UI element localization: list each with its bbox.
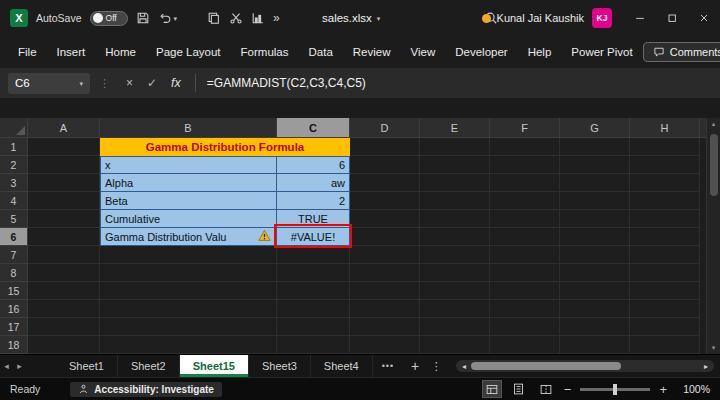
cell-b2[interactable]: x [100,156,277,174]
row-header[interactable]: 2 [0,156,28,174]
status-mode: Ready [10,383,40,395]
sheet-tab-sheet3[interactable]: Sheet3 [249,355,311,377]
scroll-left-icon[interactable]: ◂ [459,362,469,371]
row-header[interactable]: 18 [0,336,28,354]
column-header-h[interactable]: H [630,118,700,138]
row-header[interactable]: 8 [0,264,28,282]
cell-b4[interactable]: Beta [100,192,277,210]
tab-view[interactable]: View [401,46,446,58]
column-header-f[interactable]: F [490,118,560,138]
save-icon[interactable] [136,11,150,25]
tab-developer[interactable]: Developer [445,46,517,58]
page-break-view-icon[interactable] [537,381,555,397]
row-header[interactable]: 15 [0,282,28,300]
close-button[interactable] [688,0,720,36]
tab-power-pivot[interactable]: Power Pivot [561,46,642,58]
scrollbar-thumb[interactable] [710,134,718,196]
cell-c2[interactable]: 6 [277,156,350,174]
copy-icon[interactable] [207,11,221,25]
chevron-down-icon: ▾ [79,80,83,87]
scroll-right-icon[interactable]: ▸ [701,362,711,371]
comments-button[interactable]: Comments [643,42,720,62]
sheet-tab-bar: ◂ ▸ Sheet1 Sheet2 Sheet15 Sheet3 Sheet4 … [0,354,720,377]
name-box[interactable]: C6 ▾ [8,73,90,94]
autosave-toggle[interactable]: Off [90,11,128,26]
zoom-out-button[interactable]: − [564,382,572,397]
excel-logo-icon[interactable]: X [10,9,28,27]
zoom-slider-thumb[interactable] [613,384,617,395]
scroll-up-icon[interactable]: ▴ [712,118,716,130]
accessibility-label: Accessibility: Investigate [94,384,214,395]
sheet-tab-sheet4[interactable]: Sheet4 [311,355,373,377]
row-header[interactable]: 5 [0,210,28,228]
tab-options-icon[interactable]: ⋮ [427,355,445,377]
confirm-entry-icon[interactable]: ✓ [147,76,157,90]
column-header-b[interactable]: B [100,118,277,138]
document-title[interactable]: sales.xlsx ▾ [322,0,380,36]
cell-b1-title[interactable]: Gamma Distribution Formula [100,138,350,156]
row-header[interactable]: 7 [0,246,28,264]
filename: sales.xlsx [322,12,372,24]
name-box-value: C6 [15,77,30,89]
tab-data[interactable]: Data [299,46,343,58]
sheet-tab-sheet15-active[interactable]: Sheet15 [180,355,249,377]
chart-icon[interactable] [251,11,265,25]
undo-icon[interactable]: ▾ [158,11,178,25]
formula-input[interactable]: =GAMMADIST(C2,C3,C4,C5) [203,76,720,90]
autosave-state: Off [106,13,117,23]
presence-icon [482,14,491,23]
cancel-entry-icon[interactable]: × [126,76,133,90]
row-header[interactable]: 4 [0,192,28,210]
user-name[interactable]: Kunal Jai Kaushik [497,12,584,24]
column-header-g[interactable]: G [560,118,630,138]
tab-file[interactable]: File [8,46,47,58]
avatar[interactable]: KJ [592,8,612,28]
tab-insert[interactable]: Insert [47,46,96,58]
tab-page-layout[interactable]: Page Layout [146,46,231,58]
cell-c4[interactable]: 2 [277,192,350,210]
row-header[interactable]: 1 [0,138,28,156]
row-header[interactable]: 17 [0,318,28,336]
cell-b6[interactable]: Gamma Distribution Valu [100,228,277,246]
minimize-button[interactable] [624,0,656,36]
vertical-scrollbar[interactable]: ▴ ▾ [706,118,720,354]
cell-b3[interactable]: Alpha [100,174,277,192]
tab-review[interactable]: Review [343,46,401,58]
accessibility-status[interactable]: Accessibility: Investigate [70,382,222,397]
tab-scroll-right-icon[interactable]: ▸ [13,355,26,377]
column-header-d[interactable]: D [350,118,420,138]
cell-c3[interactable]: aw [277,174,350,192]
column-header-a[interactable]: A [28,118,100,138]
sheet-tab-sheet2[interactable]: Sheet2 [118,355,180,377]
error-warning-icon[interactable] [258,229,271,242]
cut-scissors-icon[interactable] [229,11,243,25]
chevron-down-icon: ▾ [377,15,381,22]
new-sheet-button[interactable]: + [403,355,427,377]
tab-formulas[interactable]: Formulas [231,46,299,58]
scroll-down-icon[interactable]: ▾ [712,342,716,354]
cell-b5[interactable]: Cumulative [100,210,277,228]
tab-home[interactable]: Home [95,46,146,58]
zoom-in-button[interactable]: + [659,382,667,397]
horizontal-scrollbar[interactable]: ◂ ▸ [456,360,714,372]
row-header[interactable]: 16 [0,300,28,318]
drag-handle-icon: ⋮ [99,77,110,90]
row-header-selected[interactable]: 6 [0,228,28,246]
scrollbar-thumb[interactable] [471,362,621,370]
normal-view-icon[interactable] [483,381,501,397]
more-sheets-button[interactable]: ••• [373,355,403,377]
tab-help[interactable]: Help [518,46,562,58]
select-all-button[interactable] [0,118,28,138]
row-header[interactable]: 3 [0,174,28,192]
sheet-tab-sheet1[interactable]: Sheet1 [56,355,118,377]
maximize-button[interactable] [656,0,688,36]
status-bar: Ready Accessibility: Investigate − + 100… [0,377,720,400]
more-commands-icon[interactable]: » [273,11,280,25]
zoom-slider[interactable] [580,388,650,391]
column-header-e[interactable]: E [420,118,490,138]
page-layout-view-icon[interactable] [510,381,528,397]
tab-scroll-left-icon[interactable]: ◂ [0,355,13,377]
column-header-c[interactable]: C [277,118,350,138]
insert-function-button[interactable]: fx [171,76,181,90]
ribbon-tab-bar: File Insert Home Page Layout Formulas Da… [0,36,720,68]
